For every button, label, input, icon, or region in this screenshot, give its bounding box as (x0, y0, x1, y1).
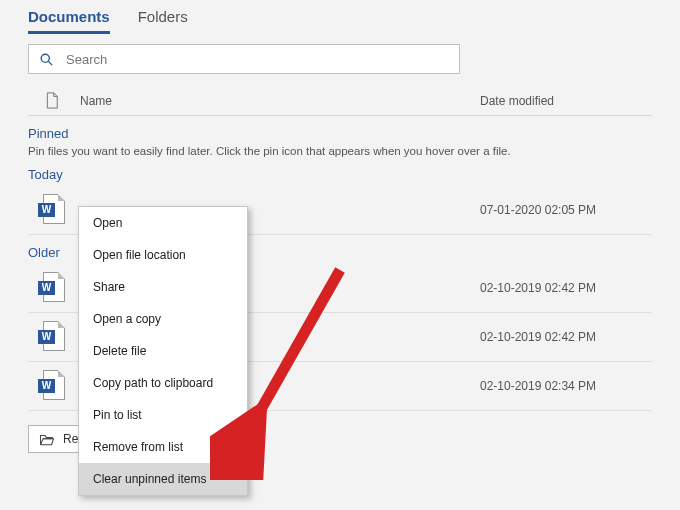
column-name[interactable]: Name (76, 94, 480, 108)
section-today-title: Today (28, 167, 652, 182)
file-date: 02-10-2019 02:42 PM (480, 330, 652, 344)
word-file-icon: W (28, 272, 76, 304)
ctx-share[interactable]: Share (79, 271, 247, 303)
ctx-delete-file[interactable]: Delete file (79, 335, 247, 367)
tab-documents[interactable]: Documents (28, 4, 110, 34)
ctx-copy-path[interactable]: Copy path to clipboard (79, 367, 247, 399)
word-file-icon: W (28, 194, 76, 226)
ctx-remove-from-list[interactable]: Remove from list (79, 431, 247, 463)
folder-open-icon (39, 433, 55, 446)
file-date: 07-01-2020 02:05 PM (480, 203, 652, 217)
column-header: Name Date modified (28, 88, 652, 116)
section-pinned-title: Pinned (28, 126, 652, 141)
svg-point-0 (41, 54, 49, 62)
svg-line-1 (48, 61, 52, 65)
ctx-open[interactable]: Open (79, 207, 247, 239)
ctx-clear-unpinned[interactable]: Clear unpinned items (79, 463, 247, 495)
search-icon (39, 52, 54, 67)
tabs: Documents Folders (28, 0, 652, 34)
section-pinned-hint: Pin files you want to easily find later.… (28, 145, 652, 157)
ctx-open-file-location[interactable]: Open file location (79, 239, 247, 271)
word-file-icon: W (28, 321, 76, 353)
column-date[interactable]: Date modified (480, 94, 652, 108)
tab-folders[interactable]: Folders (138, 4, 188, 34)
search-input[interactable] (64, 51, 449, 68)
ctx-pin-to-list[interactable]: Pin to list (79, 399, 247, 431)
file-icon (28, 92, 76, 109)
file-date: 02-10-2019 02:42 PM (480, 281, 652, 295)
word-file-icon: W (28, 370, 76, 402)
search-box[interactable] (28, 44, 460, 74)
ctx-open-a-copy[interactable]: Open a copy (79, 303, 247, 335)
file-date: 02-10-2019 02:34 PM (480, 379, 652, 393)
context-menu: Open Open file location Share Open a cop… (78, 206, 248, 496)
